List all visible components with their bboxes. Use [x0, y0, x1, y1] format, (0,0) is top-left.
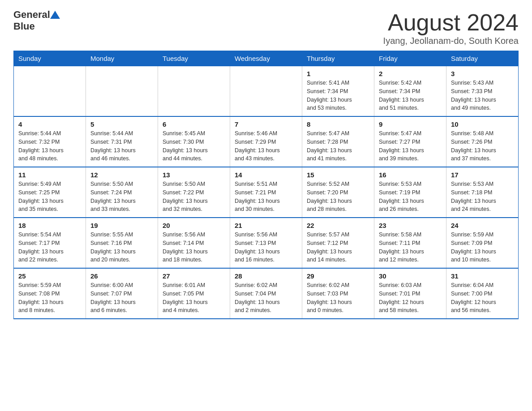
day-number: 15: [307, 171, 369, 179]
day-info: Sunrise: 5:59 AMSunset: 7:08 PMDaylight:…: [18, 281, 81, 315]
day-info: Sunrise: 5:54 AMSunset: 7:17 PMDaylight:…: [18, 231, 81, 264]
calendar-cell: 26Sunrise: 6:00 AMSunset: 7:07 PMDayligh…: [86, 268, 158, 319]
calendar-cell: [14, 66, 86, 117]
svg-marker-0: [50, 11, 60, 19]
calendar-week-5: 25Sunrise: 5:59 AMSunset: 7:08 PMDayligh…: [14, 268, 519, 319]
day-info: Sunrise: 5:53 AMSunset: 7:19 PMDaylight:…: [379, 180, 442, 214]
calendar-cell: 15Sunrise: 5:52 AMSunset: 7:20 PMDayligh…: [302, 167, 374, 218]
day-info: Sunrise: 5:52 AMSunset: 7:20 PMDaylight:…: [307, 180, 369, 214]
day-info: Sunrise: 5:56 AMSunset: 7:14 PMDaylight:…: [163, 231, 225, 264]
logo-blue: Blue: [13, 21, 35, 32]
calendar-cell: 21Sunrise: 5:56 AMSunset: 7:13 PMDayligh…: [230, 218, 302, 268]
calendar-cell: 11Sunrise: 5:49 AMSunset: 7:25 PMDayligh…: [14, 167, 86, 218]
title-area: August 2024 Iyang, Jeollanam-do, South K…: [383, 9, 519, 46]
calendar-header-row: SundayMondayTuesdayWednesdayThursdayFrid…: [14, 51, 519, 66]
logo-general: General: [13, 9, 50, 21]
day-number: 17: [451, 171, 514, 179]
day-number: 13: [163, 171, 225, 179]
day-info: Sunrise: 5:56 AMSunset: 7:13 PMDaylight:…: [235, 231, 297, 264]
day-info: Sunrise: 5:44 AMSunset: 7:31 PMDaylight:…: [90, 129, 153, 163]
day-info: Sunrise: 5:51 AMSunset: 7:21 PMDaylight:…: [235, 180, 297, 214]
day-info: Sunrise: 5:47 AMSunset: 7:28 PMDaylight:…: [307, 129, 369, 163]
day-info: Sunrise: 5:57 AMSunset: 7:12 PMDaylight:…: [307, 231, 369, 264]
day-info: Sunrise: 5:47 AMSunset: 7:27 PMDaylight:…: [379, 129, 442, 163]
header-wednesday: Wednesday: [230, 51, 302, 66]
day-number: 20: [163, 222, 225, 229]
day-info: Sunrise: 5:48 AMSunset: 7:26 PMDaylight:…: [451, 129, 514, 163]
calendar-cell: 27Sunrise: 6:01 AMSunset: 7:05 PMDayligh…: [158, 268, 230, 319]
calendar-cell: 19Sunrise: 5:55 AMSunset: 7:16 PMDayligh…: [86, 218, 158, 268]
calendar-cell: 10Sunrise: 5:48 AMSunset: 7:26 PMDayligh…: [446, 116, 519, 167]
calendar-cell: 20Sunrise: 5:56 AMSunset: 7:14 PMDayligh…: [158, 218, 230, 268]
day-number: 1: [307, 70, 369, 77]
day-info: Sunrise: 6:01 AMSunset: 7:05 PMDaylight:…: [163, 281, 225, 315]
day-number: 6: [163, 120, 225, 128]
calendar-cell: 17Sunrise: 5:53 AMSunset: 7:18 PMDayligh…: [446, 167, 519, 218]
calendar-cell: 5Sunrise: 5:44 AMSunset: 7:31 PMDaylight…: [86, 116, 158, 167]
day-number: 31: [451, 272, 514, 280]
calendar-cell: [158, 66, 230, 117]
day-number: 19: [90, 222, 153, 229]
day-number: 12: [90, 171, 153, 179]
calendar-cell: 22Sunrise: 5:57 AMSunset: 7:12 PMDayligh…: [302, 218, 374, 268]
day-number: 8: [307, 120, 369, 128]
day-number: 4: [18, 120, 81, 128]
day-number: 21: [235, 222, 297, 229]
calendar-cell: 30Sunrise: 6:03 AMSunset: 7:01 PMDayligh…: [374, 268, 446, 319]
calendar-week-1: 1Sunrise: 5:41 AMSunset: 7:34 PMDaylight…: [14, 66, 519, 117]
day-number: 26: [90, 272, 153, 280]
day-number: 18: [18, 222, 81, 229]
day-number: 28: [235, 272, 297, 280]
day-info: Sunrise: 5:43 AMSunset: 7:33 PMDaylight:…: [451, 79, 514, 112]
page-header: General Blue August 2024 Iyang, Jeollana…: [13, 9, 519, 46]
calendar-cell: 18Sunrise: 5:54 AMSunset: 7:17 PMDayligh…: [14, 218, 86, 268]
day-number: 10: [451, 120, 514, 128]
day-number: 3: [451, 70, 514, 77]
calendar-cell: 25Sunrise: 5:59 AMSunset: 7:08 PMDayligh…: [14, 268, 86, 319]
calendar-cell: 31Sunrise: 6:04 AMSunset: 7:00 PMDayligh…: [446, 268, 519, 319]
day-number: 7: [235, 120, 297, 128]
day-number: 11: [18, 171, 81, 179]
day-info: Sunrise: 5:46 AMSunset: 7:29 PMDaylight:…: [235, 129, 297, 163]
calendar-cell: 28Sunrise: 6:02 AMSunset: 7:04 PMDayligh…: [230, 268, 302, 319]
calendar-cell: [86, 66, 158, 117]
day-number: 27: [163, 272, 225, 280]
day-number: 5: [90, 120, 153, 128]
day-info: Sunrise: 5:55 AMSunset: 7:16 PMDaylight:…: [90, 231, 153, 264]
calendar-cell: 14Sunrise: 5:51 AMSunset: 7:21 PMDayligh…: [230, 167, 302, 218]
day-info: Sunrise: 5:58 AMSunset: 7:11 PMDaylight:…: [379, 231, 442, 264]
day-info: Sunrise: 5:53 AMSunset: 7:18 PMDaylight:…: [451, 180, 514, 214]
header-thursday: Thursday: [302, 51, 374, 66]
header-sunday: Sunday: [14, 51, 86, 66]
day-info: Sunrise: 6:04 AMSunset: 7:00 PMDaylight:…: [451, 281, 514, 315]
location-title: Iyang, Jeollanam-do, South Korea: [383, 36, 519, 46]
day-number: 29: [307, 272, 369, 280]
day-info: Sunrise: 5:59 AMSunset: 7:09 PMDaylight:…: [451, 231, 514, 264]
day-info: Sunrise: 5:50 AMSunset: 7:22 PMDaylight:…: [163, 180, 225, 214]
calendar-cell: 4Sunrise: 5:44 AMSunset: 7:32 PMDaylight…: [14, 116, 86, 167]
day-info: Sunrise: 5:50 AMSunset: 7:24 PMDaylight:…: [90, 180, 153, 214]
calendar-week-4: 18Sunrise: 5:54 AMSunset: 7:17 PMDayligh…: [14, 218, 519, 268]
day-number: 22: [307, 222, 369, 229]
header-friday: Friday: [374, 51, 446, 66]
calendar-cell: 3Sunrise: 5:43 AMSunset: 7:33 PMDaylight…: [446, 66, 519, 117]
calendar-cell: 13Sunrise: 5:50 AMSunset: 7:22 PMDayligh…: [158, 167, 230, 218]
logo-triangle-icon: [50, 10, 60, 20]
calendar-cell: 29Sunrise: 6:02 AMSunset: 7:03 PMDayligh…: [302, 268, 374, 319]
day-info: Sunrise: 5:49 AMSunset: 7:25 PMDaylight:…: [18, 180, 81, 214]
month-title: August 2024: [383, 9, 519, 36]
day-number: 25: [18, 272, 81, 280]
day-number: 9: [379, 120, 442, 128]
header-monday: Monday: [86, 51, 158, 66]
calendar-week-3: 11Sunrise: 5:49 AMSunset: 7:25 PMDayligh…: [14, 167, 519, 218]
day-number: 2: [379, 70, 442, 77]
logo: General Blue: [13, 9, 60, 33]
calendar-cell: 6Sunrise: 5:45 AMSunset: 7:30 PMDaylight…: [158, 116, 230, 167]
calendar-cell: 24Sunrise: 5:59 AMSunset: 7:09 PMDayligh…: [446, 218, 519, 268]
calendar-cell: 2Sunrise: 5:42 AMSunset: 7:34 PMDaylight…: [374, 66, 446, 117]
calendar-cell: 23Sunrise: 5:58 AMSunset: 7:11 PMDayligh…: [374, 218, 446, 268]
day-number: 14: [235, 171, 297, 179]
day-info: Sunrise: 6:02 AMSunset: 7:04 PMDaylight:…: [235, 281, 297, 315]
calendar-week-2: 4Sunrise: 5:44 AMSunset: 7:32 PMDaylight…: [14, 116, 519, 167]
day-info: Sunrise: 6:03 AMSunset: 7:01 PMDaylight:…: [379, 281, 442, 315]
